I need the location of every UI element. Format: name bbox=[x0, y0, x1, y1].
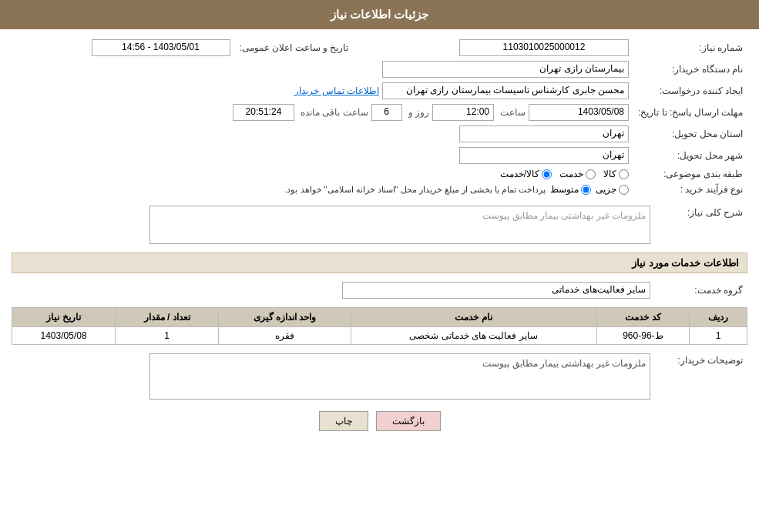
contact-link[interactable]: اطلاعات تماس خریدار bbox=[294, 85, 379, 96]
service-group-row: گروه خدمت: سایر فعالیت‌های خدماتی bbox=[12, 279, 747, 301]
category-radio-khedmat[interactable]: خدمت bbox=[559, 169, 596, 179]
cell-quantity: 1 bbox=[116, 327, 219, 345]
category-radio-kala[interactable]: کالا bbox=[603, 169, 629, 179]
cell-service-name: سایر فعالیت های خدماتی شخصی bbox=[351, 327, 596, 345]
province-input[interactable]: تهران bbox=[459, 125, 629, 142]
process-row: جزیی متوسط پرداخت تمام یا بخشی از مبلغ خ… bbox=[12, 182, 633, 197]
creator-input[interactable]: محسن جابری کارشناس تاسیسات بیمارستان راز… bbox=[382, 82, 629, 99]
col-row-num: ردیف bbox=[690, 308, 747, 327]
cell-row-num: 1 bbox=[690, 327, 747, 345]
form-row-need-number: شماره نیاز: 1103010025000012 تاریخ و ساع… bbox=[12, 37, 747, 59]
province-label: استان محل تحویل: bbox=[633, 123, 747, 145]
buyer-notes-table: توضیحات خریدار: ملزومات غیر بهداشتی بیما… bbox=[12, 351, 747, 402]
deadline-remaining-input[interactable]: 20:51:24 bbox=[233, 104, 294, 121]
deadline-row: 1403/05/08 ساعت 12:00 روز و 6 ساعت باقی … bbox=[12, 102, 633, 123]
page-wrapper: جزئیات اطلاعات نیاز شماره نیاز: 11030100… bbox=[0, 0, 759, 532]
city-input[interactable]: تهران bbox=[459, 147, 629, 164]
buyer-notes-input[interactable]: ملزومات غیر بهداشتی بیمار مطابق پیوست bbox=[149, 353, 650, 400]
col-need-date: تاریخ نیاز bbox=[12, 308, 116, 327]
form-row-buyer-org: نام دستگاه خریدار: بیمارستان رازی تهران bbox=[12, 59, 747, 80]
page-title: جزئیات اطلاعات نیاز bbox=[331, 8, 428, 21]
category-label: طبقه بندی موضوعی: bbox=[633, 166, 747, 182]
announce-datetime-label: تاریخ و ساعت اعلان عمومی: bbox=[235, 37, 364, 59]
category-radio-khedmat-input[interactable] bbox=[586, 169, 596, 179]
city-label: شهر محل تحویل: bbox=[633, 145, 747, 166]
category-radio-kala-khedmat-input[interactable] bbox=[542, 169, 552, 179]
process-note: پرداخت تمام یا بخشی از مبلغ خریداز محل "… bbox=[284, 185, 546, 195]
process-radio-jozei[interactable]: جزیی bbox=[596, 184, 629, 195]
buttons-row: بازگشت چاپ bbox=[12, 411, 747, 431]
deadline-time-label: ساعت bbox=[500, 107, 526, 118]
need-description-table: شرح کلی نیاز: ملزومات غیر بهداشتی بیمار … bbox=[12, 203, 747, 246]
form-row-deadline: مهلت ارسال پاسخ: تا تاریخ: 1403/05/08 سا… bbox=[12, 102, 747, 123]
main-form-table: شماره نیاز: 1103010025000012 تاریخ و ساع… bbox=[12, 37, 747, 197]
category-kala-label: کالا bbox=[603, 169, 616, 179]
process-radio-jozei-input[interactable] bbox=[619, 185, 629, 195]
col-quantity: تعداد / مقدار bbox=[116, 308, 219, 327]
service-group-value: سایر فعالیت‌های خدماتی bbox=[12, 279, 655, 301]
need-number-input[interactable]: 1103010025000012 bbox=[459, 39, 629, 56]
buyer-org-input[interactable]: بیمارستان رازی تهران bbox=[382, 61, 629, 78]
deadline-days-input[interactable]: 6 bbox=[371, 104, 402, 121]
province-value: تهران bbox=[12, 123, 633, 145]
form-row-category: طبقه بندی موضوعی: کالا خدمت bbox=[12, 166, 747, 182]
process-jozei-label: جزیی bbox=[596, 184, 616, 195]
back-button[interactable]: بازگشت bbox=[376, 411, 441, 431]
page-header: جزئیات اطلاعات نیاز bbox=[0, 0, 759, 29]
buyer-org-value: بیمارستان رازی تهران bbox=[12, 59, 633, 80]
service-group-input[interactable]: سایر فعالیت‌های خدماتی bbox=[342, 282, 650, 299]
need-number-value: 1103010025000012 bbox=[364, 37, 633, 59]
buyer-notes-row: توضیحات خریدار: ملزومات غیر بهداشتی بیما… bbox=[12, 351, 747, 402]
col-unit: واحد اندازه گیری bbox=[219, 308, 351, 327]
process-radio-motavasset[interactable]: متوسط bbox=[550, 184, 591, 195]
announce-datetime-input[interactable]: 1403/05/01 - 14:56 bbox=[92, 39, 230, 56]
services-section-title: اطلاعات خدمات مورد نیاز bbox=[12, 253, 747, 273]
need-description-row: شرح کلی نیاز: ملزومات غیر بهداشتی بیمار … bbox=[12, 203, 747, 246]
process-radio-motavasset-input[interactable] bbox=[581, 185, 591, 195]
services-data-table: ردیف کد خدمت نام خدمت واحد اندازه گیری ت… bbox=[12, 307, 747, 345]
category-khedmat-label: خدمت bbox=[559, 169, 583, 179]
need-description-label: شرح کلی نیاز: bbox=[655, 203, 747, 246]
city-value: تهران bbox=[12, 145, 633, 166]
buyer-notes-label: توضیحات خریدار: bbox=[655, 351, 747, 402]
need-number-label: شماره نیاز: bbox=[633, 37, 747, 59]
service-group-label: گروه خدمت: bbox=[655, 279, 747, 301]
category-radio-kala-khedmat[interactable]: کالا/خدمت bbox=[500, 169, 552, 179]
table-header: ردیف کد خدمت نام خدمت واحد اندازه گیری ت… bbox=[12, 308, 747, 327]
content-area: شماره نیاز: 1103010025000012 تاریخ و ساع… bbox=[0, 29, 759, 447]
cell-service-code: ط-96-960 bbox=[596, 327, 690, 345]
cell-unit: فقره bbox=[219, 327, 351, 345]
table-body: 1 ط-96-960 سایر فعالیت های خدماتی شخصی ف… bbox=[12, 327, 747, 345]
category-kala-khedmat-label: کالا/خدمت bbox=[500, 169, 539, 179]
service-group-table: گروه خدمت: سایر فعالیت‌های خدماتی bbox=[12, 279, 747, 301]
creator-value: محسن جابری کارشناس تاسیسات بیمارستان راز… bbox=[12, 80, 633, 102]
category-radio-kala-input[interactable] bbox=[619, 169, 629, 179]
deadline-label: مهلت ارسال پاسخ: تا تاریخ: bbox=[633, 102, 747, 123]
table-row: 1 ط-96-960 سایر فعالیت های خدماتی شخصی ف… bbox=[12, 327, 747, 345]
deadline-time-input[interactable]: 12:00 bbox=[432, 104, 494, 121]
process-motavasset-label: متوسط bbox=[550, 184, 579, 195]
need-description-input[interactable]: ملزومات غیر بهداشتی بیمار مطابق پیوست bbox=[149, 206, 650, 244]
form-row-province: استان محل تحویل: تهران bbox=[12, 123, 747, 145]
cell-need-date: 1403/05/08 bbox=[12, 327, 116, 345]
deadline-date-input[interactable]: 1403/05/08 bbox=[529, 104, 629, 121]
deadline-days-label: روز و bbox=[408, 107, 429, 118]
form-row-process: نوع فرآیند خرید : جزیی متوسط پرداخت تمام… bbox=[12, 182, 747, 197]
announce-datetime-value: 1403/05/01 - 14:56 bbox=[12, 37, 235, 59]
form-row-city: شهر محل تحویل: تهران bbox=[12, 145, 747, 166]
category-options: کالا خدمت کالا/خدمت bbox=[12, 166, 633, 182]
print-button[interactable]: چاپ bbox=[319, 411, 368, 431]
col-service-code: کد خدمت bbox=[596, 308, 690, 327]
buyer-notes-value: ملزومات غیر بهداشتی بیمار مطابق پیوست bbox=[12, 351, 655, 402]
form-row-creator: ایجاد کننده درخواست: محسن جابری کارشناس … bbox=[12, 80, 747, 102]
col-service-name: نام خدمت bbox=[351, 308, 596, 327]
buyer-org-label: نام دستگاه خریدار: bbox=[633, 59, 747, 80]
table-header-row: ردیف کد خدمت نام خدمت واحد اندازه گیری ت… bbox=[12, 308, 747, 327]
deadline-remaining-label: ساعت باقی مانده bbox=[301, 107, 368, 118]
process-label: نوع فرآیند خرید : bbox=[633, 182, 747, 197]
need-description-value: ملزومات غیر بهداشتی بیمار مطابق پیوست bbox=[12, 203, 655, 246]
creator-label: ایجاد کننده درخواست: bbox=[633, 80, 747, 102]
